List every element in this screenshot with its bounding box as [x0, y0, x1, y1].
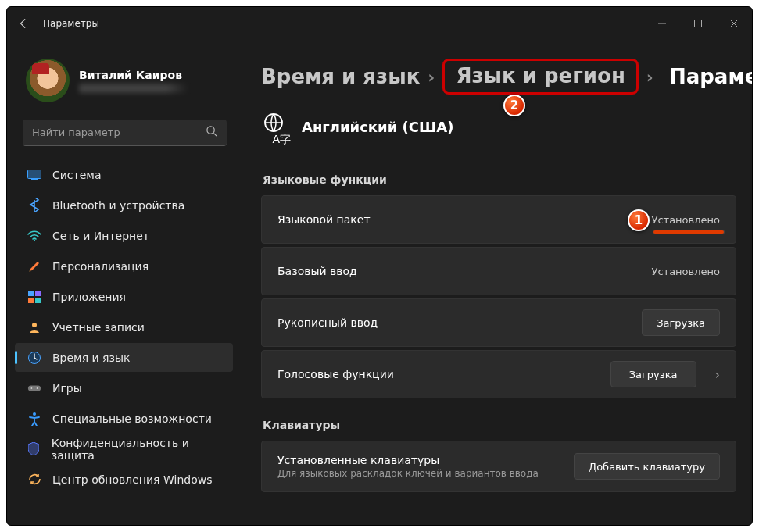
- svg-rect-0: [695, 20, 702, 27]
- breadcrumb-item-2[interactable]: Язык и регион: [456, 64, 625, 87]
- sidebar-item-label: Игры: [52, 382, 82, 395]
- sidebar-item-accessibility[interactable]: Специальные возможности: [15, 404, 233, 433]
- titlebar: Параметры: [7, 7, 752, 40]
- search-icon: [196, 125, 227, 140]
- back-button[interactable]: [7, 18, 40, 29]
- svg-point-1: [207, 127, 214, 134]
- search-box[interactable]: [23, 120, 227, 146]
- minimize-icon: [658, 20, 666, 27]
- sidebar-item-label: Центр обновления Windows: [52, 473, 212, 486]
- person-icon: [27, 320, 41, 334]
- feature-row-basic-typing[interactable]: Базовый ввод Установлено: [261, 247, 736, 295]
- sidebar: Виталий Каиров Система: [7, 40, 238, 525]
- svg-point-9: [32, 323, 37, 327]
- user-email-blurred: [79, 84, 188, 93]
- add-keyboard-button[interactable]: Добавить клавиатуру: [574, 453, 720, 480]
- keyboards-title: Установленные клавиатуры: [277, 454, 561, 466]
- breadcrumb-item-1[interactable]: Время и язык: [261, 65, 420, 88]
- search-input[interactable]: [23, 127, 196, 138]
- clock-globe-icon: [27, 351, 41, 365]
- keyboards-list: Установленные клавиатуры Для языковых ра…: [261, 441, 752, 492]
- sidebar-item-label: Система: [52, 169, 101, 181]
- sidebar-item-windows-update[interactable]: Центр обновления Windows: [15, 465, 233, 494]
- svg-rect-3: [31, 179, 38, 180]
- breadcrumb: Время и язык › Язык и регион › Параметры…: [261, 59, 752, 95]
- feature-label: Рукописный ввод: [277, 316, 629, 329]
- annotation-marker-1: 1: [628, 209, 650, 231]
- app-title: Параметры: [40, 18, 99, 29]
- feature-label: Голосовые функции: [277, 368, 598, 380]
- annotation-marker-2: 2: [503, 95, 525, 116]
- svg-point-13: [37, 387, 38, 389]
- profile-block[interactable]: Виталий Каиров: [15, 48, 238, 120]
- sidebar-item-label: Приложения: [52, 291, 126, 303]
- maximize-icon: [694, 20, 702, 27]
- features-list: Языковой пакет Установлено 1 Базовый вво…: [261, 195, 752, 398]
- feature-status: Установлено: [652, 266, 720, 277]
- window-body: Виталий Каиров Система: [7, 40, 752, 525]
- profile-text: Виталий Каиров: [79, 69, 188, 93]
- chevron-right-icon: ›: [715, 367, 720, 382]
- language-globe-icon: A字: [263, 112, 288, 142]
- svg-rect-6: [35, 291, 41, 296]
- svg-rect-2: [28, 170, 41, 178]
- main-content: Время и язык › Язык и регион › Параметры…: [238, 40, 752, 525]
- feature-row-handwriting[interactable]: Рукописный ввод Загрузка: [261, 298, 736, 347]
- maximize-button[interactable]: [680, 7, 716, 40]
- minimize-button[interactable]: [644, 7, 680, 40]
- section-title-features: Языковые функции: [263, 173, 752, 186]
- chevron-right-icon: ›: [428, 67, 435, 87]
- keyboards-subtitle: Для языковых раскладок ключей и варианто…: [277, 468, 561, 479]
- sidebar-item-gaming[interactable]: Игры: [15, 373, 233, 402]
- keyboards-label: Установленные клавиатуры Для языковых ра…: [277, 454, 561, 479]
- feature-row-speech[interactable]: Голосовые функции Загрузка ›: [261, 350, 736, 398]
- window-controls: [644, 7, 752, 40]
- language-name: Английский (США): [302, 119, 453, 135]
- svg-rect-11: [28, 385, 41, 391]
- sidebar-item-label: Сеть и Интернет: [52, 230, 149, 242]
- svg-rect-5: [28, 291, 34, 296]
- nav-list: Система Bluetooth и устройства Сеть и Ин…: [15, 160, 238, 494]
- bluetooth-icon: [27, 198, 41, 212]
- sidebar-item-bluetooth[interactable]: Bluetooth и устройства: [15, 191, 233, 220]
- sidebar-item-time-language[interactable]: Время и язык: [15, 343, 233, 372]
- close-icon: [730, 20, 738, 27]
- avatar: [26, 59, 70, 102]
- svg-point-14: [33, 412, 36, 416]
- svg-rect-7: [28, 298, 34, 303]
- update-icon: [27, 473, 41, 487]
- sidebar-item-label: Bluetooth и устройства: [52, 199, 184, 212]
- download-button[interactable]: Загрузка: [642, 309, 720, 336]
- accessibility-icon: [27, 412, 41, 426]
- svg-point-12: [31, 387, 33, 389]
- wifi-icon: [27, 229, 41, 243]
- breadcrumb-item-3: Параметры: [661, 63, 752, 90]
- feature-label: Базовый ввод: [277, 265, 639, 277]
- sidebar-item-label: Специальные возможности: [52, 412, 212, 425]
- download-button[interactable]: Загрузка: [610, 361, 696, 387]
- sidebar-item-label: Конфиденциальность и защита: [52, 437, 224, 462]
- sidebar-item-system[interactable]: Система: [15, 160, 233, 189]
- system-icon: [27, 168, 41, 182]
- sidebar-item-accounts[interactable]: Учетные записи: [15, 312, 233, 341]
- keyboards-row[interactable]: Установленные клавиатуры Для языковых ра…: [261, 441, 736, 492]
- arrow-left-icon: [18, 18, 29, 29]
- sidebar-item-personalization[interactable]: Персонализация: [15, 252, 233, 280]
- sidebar-item-label: Персонализация: [52, 260, 149, 273]
- feature-row-language-pack[interactable]: Языковой пакет Установлено 1: [261, 195, 736, 244]
- svg-point-4: [34, 239, 35, 241]
- section-title-keyboards: Клавиатуры: [263, 419, 752, 431]
- shield-icon: [27, 442, 41, 456]
- games-icon: [27, 381, 41, 395]
- feature-status: Установлено: [652, 214, 720, 226]
- sidebar-item-network[interactable]: Сеть и Интернет: [15, 221, 233, 250]
- close-button[interactable]: [716, 7, 752, 40]
- username: Виталий Каиров: [79, 69, 188, 81]
- brush-icon: [27, 259, 41, 273]
- sidebar-item-apps[interactable]: Приложения: [15, 282, 233, 311]
- sidebar-item-label: Учетные записи: [52, 321, 145, 334]
- feature-label: Языковой пакет: [277, 213, 639, 226]
- sidebar-item-privacy[interactable]: Конфиденциальность и защита: [15, 434, 233, 463]
- annotation-underline: [653, 230, 724, 234]
- svg-rect-8: [35, 298, 41, 303]
